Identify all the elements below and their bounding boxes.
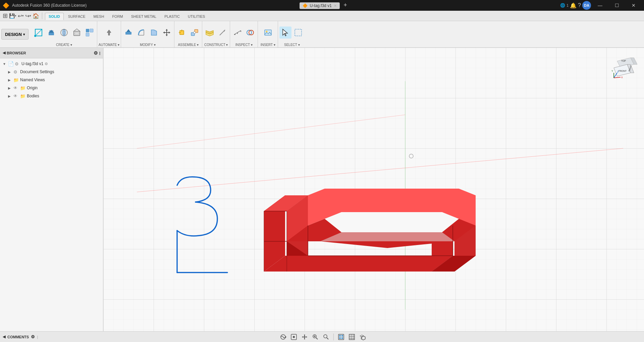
svg-marker-53: [264, 195, 308, 211]
browser-collapse-left-icon[interactable]: ◀: [3, 51, 5, 55]
design-dropdown[interactable]: DESIGN ▾: [1, 29, 29, 40]
tree-item-named-views[interactable]: ▶ 📁 Named Views: [0, 76, 103, 84]
insert-section: INSERT: [258, 21, 278, 47]
tree-arrow-root: ▼: [3, 62, 8, 66]
nav-orbit-icon[interactable]: [278, 332, 288, 342]
tree-item-doc-settings[interactable]: ▶ ⚙ Document Settings: [0, 68, 103, 76]
svg-text:Y: Y: [611, 70, 613, 72]
home-icon[interactable]: 🏠: [33, 13, 39, 19]
comments-settings-icon[interactable]: ⚙: [31, 334, 35, 339]
modify-label[interactable]: MODIFY: [140, 43, 156, 47]
user-avatar[interactable]: DA: [582, 1, 591, 10]
tree-item-root[interactable]: ▼ 📄 ⚙ U-tag.f3d v1 ⚙: [0, 60, 103, 68]
toolbar-main: DESIGN ▾ CREA: [0, 21, 644, 47]
inspect-label[interactable]: INSPECT: [235, 43, 253, 47]
construct-axis-btn[interactable]: [216, 27, 228, 39]
svg-marker-98: [306, 336, 307, 338]
add-tab-icon[interactable]: +: [343, 2, 347, 8]
apps-icon[interactable]: ⊞: [3, 12, 8, 19]
close-button[interactable]: ✕: [626, 0, 641, 11]
tab-surface[interactable]: SURFACE: [64, 13, 89, 20]
tree-item-origin[interactable]: ▶ 👁 📁 Origin: [0, 84, 103, 92]
browser-settings-icon[interactable]: ⚙: [94, 50, 98, 56]
undo-icon[interactable]: ↩▾: [18, 13, 24, 19]
select-section: SELECT: [278, 21, 306, 47]
version-number: 1: [567, 3, 569, 7]
nav-look-at-icon[interactable]: [289, 332, 299, 342]
view-cube-icon[interactable]: [358, 332, 367, 342]
nav-cube[interactable]: TOP FRONT RIGHT Z X Y: [610, 54, 637, 81]
help-icon[interactable]: ?: [578, 2, 581, 8]
svg-line-1: [35, 29, 42, 36]
construct-offset-plane-btn[interactable]: [204, 27, 216, 39]
file-tab-close-icon[interactable]: ✕: [334, 4, 337, 8]
assemble-label[interactable]: ASSEMBLE: [178, 43, 199, 47]
bottombar-collapse-icon[interactable]: ◀: [3, 335, 5, 339]
browser-collapse-right-icon[interactable]: |: [99, 51, 100, 55]
grid-display-icon[interactable]: [347, 332, 357, 342]
insert-image-btn[interactable]: [262, 27, 274, 39]
create-shell-btn[interactable]: [71, 27, 83, 39]
svg-rect-107: [341, 335, 343, 337]
insert-icons: [262, 22, 274, 43]
display-mode-icon[interactable]: [336, 332, 346, 342]
nav-zoom-icon[interactable]: [311, 332, 320, 342]
tree-eye-bodies[interactable]: 👁: [13, 94, 19, 98]
assemble-section: ASSEMBLE: [174, 21, 202, 47]
tree-item-bodies[interactable]: ▶ 👁 📁 Bodies: [0, 92, 103, 100]
toolbar: ⊞ 💾▾ ↩▾ ↪▾ 🏠 SOLID SURFACE MESH FORM SHE…: [0, 11, 644, 48]
create-sketch-btn[interactable]: [33, 27, 45, 39]
create-pattern-btn[interactable]: [84, 27, 96, 39]
create-label[interactable]: CREATE: [56, 43, 72, 47]
svg-marker-66: [287, 219, 476, 248]
notification-icon[interactable]: 🔔: [570, 2, 577, 9]
tab-plastic[interactable]: PLASTIC: [161, 13, 183, 20]
maximize-button[interactable]: ☐: [609, 0, 625, 11]
inspect-measure-btn[interactable]: [231, 27, 244, 39]
create-extrude-btn[interactable]: [45, 27, 57, 39]
inspect-interference-btn[interactable]: [244, 27, 256, 39]
tab-solid[interactable]: SOLID: [45, 13, 64, 20]
select-window-btn[interactable]: [292, 27, 304, 39]
tab-mesh[interactable]: MESH: [90, 13, 108, 20]
tree-label-root: U-tag.f3d v1: [21, 61, 43, 66]
tab-sheet-metal[interactable]: SHEET METAL: [127, 13, 160, 20]
tree-gear-icon[interactable]: ⚙: [45, 62, 48, 66]
automate-label[interactable]: AUTOMATE: [99, 43, 119, 47]
create-revolve-btn[interactable]: [58, 27, 70, 39]
nav-pan-icon[interactable]: [300, 332, 309, 342]
svg-marker-63: [287, 195, 308, 256]
tree-label-origin: Origin: [27, 86, 38, 90]
modify-fillet-btn[interactable]: [135, 27, 147, 39]
minimize-button[interactable]: —: [592, 0, 608, 11]
svg-marker-55: [432, 195, 453, 272]
modify-push-pull-btn[interactable]: [122, 27, 135, 39]
file-tab[interactable]: 🔶 U-tag.f3d v1 ✕: [300, 2, 339, 9]
assemble-new-btn[interactable]: [176, 27, 188, 39]
svg-rect-108: [339, 337, 341, 339]
select-cursor-btn[interactable]: [279, 27, 291, 39]
save-menu-icon[interactable]: 💾▾: [9, 13, 16, 18]
nav-zoom-fit-icon[interactable]: [321, 332, 331, 342]
browser-header: ◀ BROWSER ⚙ |: [0, 48, 103, 58]
svg-rect-45: [295, 29, 302, 36]
tab-form[interactable]: FORM: [108, 13, 126, 20]
assemble-joint-btn[interactable]: [189, 27, 201, 39]
tree-icon-named-views: 📁: [13, 78, 19, 83]
insert-label[interactable]: INSERT: [261, 43, 275, 47]
comments-divider-icon: |: [37, 335, 38, 339]
viewport[interactable]: TOP FRONT RIGHT Z X Y: [103, 48, 644, 331]
tab-utilities[interactable]: UTILITIES: [184, 13, 209, 20]
tree-eye-origin[interactable]: 👁: [13, 86, 19, 90]
design-chevron-icon: ▾: [23, 33, 25, 36]
design-label: DESIGN: [5, 32, 22, 37]
redo-icon[interactable]: ↪▾: [25, 13, 31, 19]
construct-label[interactable]: CONSTRUCT: [204, 43, 228, 47]
select-label[interactable]: SELECT: [284, 43, 300, 47]
bottombar-left: ◀ COMMENTS ⚙ |: [3, 334, 38, 339]
modify-chamfer-btn[interactable]: [148, 27, 160, 39]
titlebar-center: 🔶 U-tag.f3d v1 ✕ +: [87, 2, 560, 9]
modify-move-btn[interactable]: [161, 27, 173, 39]
svg-marker-25: [169, 32, 170, 34]
automate-btn[interactable]: [103, 27, 115, 39]
